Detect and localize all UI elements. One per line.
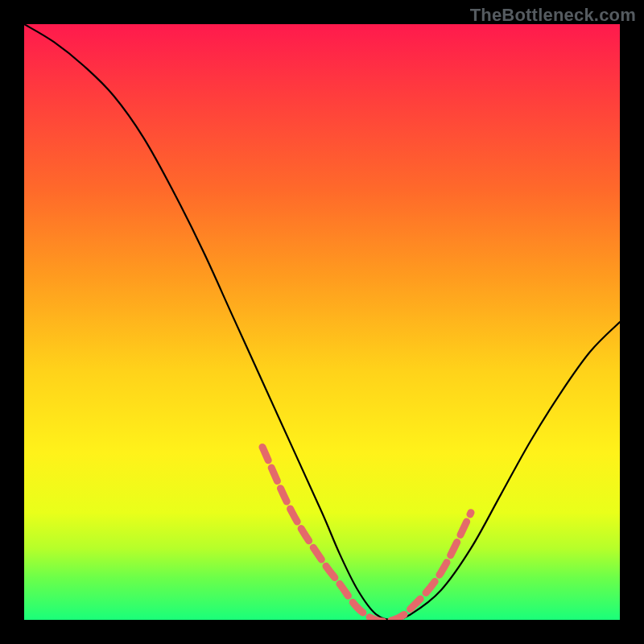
recommended-range-dashes bbox=[262, 447, 471, 620]
plot-area bbox=[24, 24, 620, 620]
watermark-text: TheBottleneck.com bbox=[470, 5, 636, 26]
curve-svg bbox=[24, 24, 620, 620]
chart-frame: TheBottleneck.com bbox=[0, 0, 644, 644]
bottleneck-curve bbox=[24, 24, 620, 620]
